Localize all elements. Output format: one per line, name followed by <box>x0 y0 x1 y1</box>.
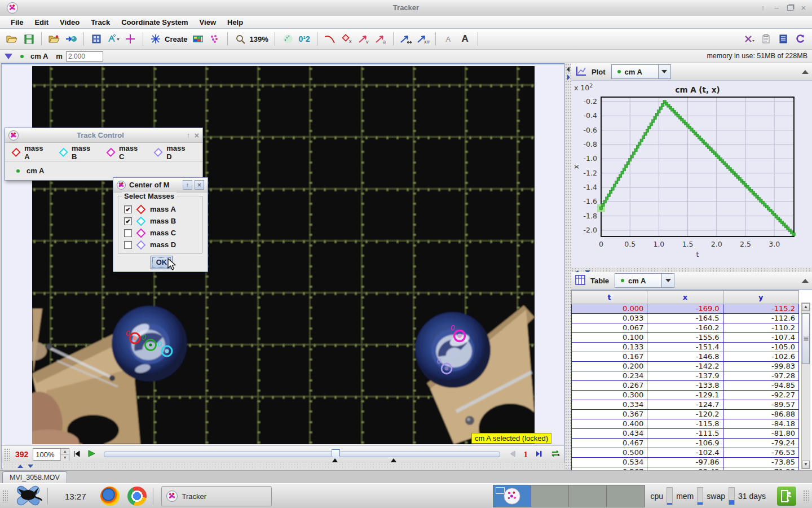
table-cell[interactable]: -120.2 <box>647 410 723 419</box>
step-forward-button[interactable] <box>536 450 543 459</box>
table-view-icon[interactable] <box>575 274 586 287</box>
clip-settings-icon[interactable] <box>89 32 104 46</box>
cpu-monitor[interactable] <box>667 487 673 505</box>
save-icon[interactable] <box>21 32 36 46</box>
table-cell[interactable]: -160.2 <box>647 323 723 333</box>
table-cell[interactable]: -169.0 <box>647 304 723 314</box>
table-row[interactable]: 0.267-133.8-94.85 <box>572 381 799 391</box>
paths-icon[interactable] <box>323 32 337 46</box>
table-cell[interactable]: 0.200 <box>572 362 647 371</box>
table-cell[interactable]: 0.234 <box>572 371 647 381</box>
zoom-icon[interactable] <box>233 32 248 46</box>
shade-window-button[interactable]: ↑ <box>758 3 768 13</box>
track-button-mass-a[interactable]: mass A <box>13 144 48 161</box>
column-header-y[interactable]: y <box>723 291 798 304</box>
table-cell[interactable]: -81.80 <box>723 429 798 439</box>
table-cell[interactable]: -129.1 <box>647 391 723 400</box>
eraser-icon[interactable] <box>742 32 757 46</box>
open-library-icon[interactable] <box>47 32 61 46</box>
plot-track-dropdown[interactable]: cm A <box>611 64 671 79</box>
table-cell[interactable]: -110.2 <box>723 323 798 333</box>
table-cell[interactable]: 0.534 <box>572 458 647 467</box>
table-cell[interactable]: 0.400 <box>572 419 647 429</box>
table-cell[interactable]: -94.85 <box>723 381 798 391</box>
scroll-up-icon[interactable]: ▲ <box>802 303 810 311</box>
close-button[interactable]: × <box>798 3 809 13</box>
play-button[interactable] <box>88 450 95 459</box>
table-cell[interactable]: -115.8 <box>647 419 723 429</box>
workspace-3[interactable] <box>569 485 607 507</box>
table-cell[interactable]: 0.334 <box>572 400 647 410</box>
rate-down-icon[interactable]: ▼ <box>61 455 69 461</box>
font-smaller-button[interactable]: A <box>441 32 456 46</box>
table-cell[interactable]: -164.5 <box>647 314 723 323</box>
player-slider[interactable] <box>104 452 500 457</box>
shade-window-icon[interactable]: ↑ <box>183 180 192 190</box>
table-row[interactable]: 0.500-102.4-76.53 <box>572 448 799 458</box>
zoom-level[interactable]: 139% <box>249 35 268 43</box>
menu-video[interactable]: Video <box>55 17 85 28</box>
selected-track-label[interactable]: cm A <box>30 52 48 60</box>
refresh-icon[interactable] <box>793 32 807 46</box>
com-dialog-titlebar[interactable]: Center of M ↑ × <box>113 178 208 192</box>
table-row[interactable]: 0.100-155.6-107.4 <box>572 333 799 343</box>
step-size[interactable]: 1 <box>524 450 528 459</box>
table-cell[interactable]: -105.0 <box>723 343 798 352</box>
rate-up-icon[interactable]: ▲ <box>61 449 69 455</box>
column-header-x[interactable]: x <box>647 291 723 304</box>
menu-view[interactable]: View <box>195 17 221 28</box>
table-row[interactable]: 0.467-106.9-79.24 <box>572 439 799 448</box>
create-icon[interactable] <box>148 32 163 46</box>
table-cell[interactable]: 0.467 <box>572 439 647 448</box>
track-button-mass-d[interactable]: mass D <box>155 144 190 161</box>
table-cell[interactable]: -102.4 <box>647 448 723 458</box>
table-row[interactable]: 0.434-111.5-81.80 <box>572 429 799 439</box>
calibration-tool-icon[interactable] <box>106 32 121 46</box>
table-row[interactable]: 0.000-169.0-115.2 <box>572 304 799 314</box>
table-row[interactable]: 0.067-160.2-110.2 <box>572 323 799 333</box>
velocities-icon[interactable]: v <box>356 32 371 46</box>
table-cell[interactable]: 0.100 <box>572 333 647 343</box>
table-cell[interactable]: -133.8 <box>647 381 723 391</box>
workspace-2[interactable] <box>531 485 569 507</box>
swap-monitor[interactable] <box>729 487 735 505</box>
table-row[interactable]: 0.133-151.4-105.0 <box>572 343 799 352</box>
table-row[interactable]: 0.300-129.1-92.27 <box>572 391 799 400</box>
chrome-icon[interactable] <box>127 487 147 506</box>
table-cell[interactable]: -99.83 <box>723 362 798 371</box>
menu-file[interactable]: File <box>6 17 28 28</box>
reset-button[interactable] <box>73 450 80 459</box>
workspace-1[interactable] <box>493 485 531 507</box>
logout-button[interactable] <box>777 487 796 506</box>
table-cell[interactable]: -89.57 <box>723 400 798 410</box>
scrollbar-thumb[interactable] <box>802 313 810 364</box>
track-button-mass-c[interactable]: mass C <box>108 144 143 161</box>
table-row[interactable]: 0.234-137.9-97.28 <box>572 371 799 381</box>
import-icon[interactable] <box>64 32 78 46</box>
table-cell[interactable]: -137.9 <box>647 371 723 381</box>
accelerations-icon[interactable]: a <box>373 32 388 46</box>
table-row[interactable]: 0.400-115.8-84.18 <box>572 419 799 429</box>
xfce-menu-icon[interactable] <box>10 484 43 508</box>
table-cell[interactable]: 0.167 <box>572 352 647 362</box>
workspace-pager[interactable] <box>493 485 645 507</box>
checkbox-icon[interactable] <box>124 241 132 249</box>
track-control-titlebar[interactable]: Track Control ↑ × <box>5 128 202 143</box>
table-cell[interactable]: -112.6 <box>723 314 798 323</box>
table-cell[interactable]: 0.434 <box>572 429 647 439</box>
video-tab[interactable]: MVI_3058.MOV <box>2 471 67 484</box>
table-row[interactable]: 0.033-164.5-112.6 <box>572 314 799 323</box>
column-header-t[interactable]: t <box>572 291 647 304</box>
checkbox-icon[interactable] <box>124 229 132 237</box>
table-cell[interactable]: -79.24 <box>723 439 798 448</box>
axes-icon[interactable] <box>123 32 138 46</box>
track-select-dropdown-icon[interactable] <box>5 54 12 59</box>
step-back-button[interactable] <box>509 450 516 459</box>
table-cell[interactable]: 0.033 <box>572 314 647 323</box>
table-cell[interactable]: -73.85 <box>723 458 798 467</box>
table-cell[interactable]: 0.500 <box>572 448 647 458</box>
table-cell[interactable]: -102.6 <box>723 352 798 362</box>
table-cell[interactable]: -97.28 <box>723 371 798 381</box>
table-row[interactable]: 0.167-146.8-102.6 <box>572 352 799 362</box>
step-numbers-icon[interactable]: 0¹2 <box>297 32 312 46</box>
